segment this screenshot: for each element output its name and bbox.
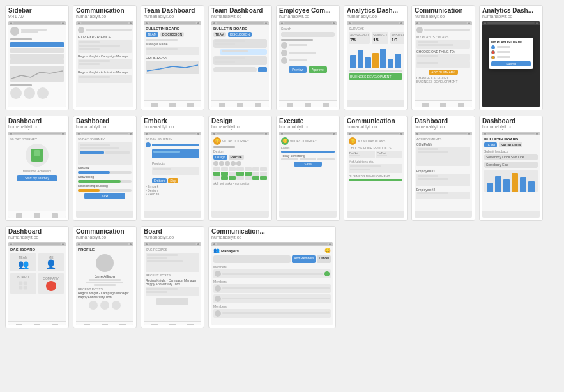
cancel-btn[interactable]: Cancel: [317, 255, 331, 263]
bn-td2-1[interactable]: [219, 103, 225, 107]
me-cell[interactable]: ME 👤: [38, 253, 65, 271]
radio-selected[interactable]: [491, 45, 495, 49]
exp-label: EXP EXPERIENCE: [78, 35, 132, 39]
next-btn[interactable]: Next: [84, 193, 125, 199]
nav-item-4[interactable]: [10, 59, 64, 64]
manager-name: Regina Knight - Campaign Manager: [78, 54, 132, 58]
radio-red[interactable]: [491, 50, 495, 54]
bn-ec-1[interactable]: [287, 103, 293, 107]
bn-cpro-2[interactable]: [102, 324, 108, 325]
bn-td1-3[interactable]: [187, 103, 194, 107]
card-comm-plan: Communication humanablyit.co 😊 MY 90 DAY…: [344, 116, 408, 221]
nav-item-1[interactable]: [10, 42, 64, 47]
tab-sat-db[interactable]: SATURATION: [499, 142, 522, 147]
bn-td2-2[interactable]: [237, 103, 243, 107]
row-3: Dashboard humanablyit.co DASHBOARD TEAM …: [5, 226, 559, 333]
bn-cpro-1[interactable]: [84, 324, 90, 325]
screen-sidebar: [8, 21, 66, 107]
btn-preview[interactable]: Preview: [289, 66, 307, 73]
card-subtitle-dj2: humanablyit.co: [73, 124, 136, 130]
main-grid: Sidebar 9:41 AM: [0, 0, 564, 338]
card-dash-bull: Dashboard humanablyit.co BULLETIN BOARD …: [479, 116, 543, 221]
card-employee-com: Employee Com... humanablyit.co Search: [276, 5, 340, 110]
nav-item-2[interactable]: [10, 48, 64, 53]
bn-td1-1[interactable]: [151, 103, 158, 107]
tab-team2[interactable]: TEAM: [213, 32, 226, 37]
card-analytics-dark: Analytics Dash... humanablyit.co MY PLAY…: [479, 5, 543, 110]
card-title-ec: Employee Com...: [277, 6, 339, 14]
design-btn[interactable]: Design: [213, 155, 227, 160]
btn-approve[interactable]: Approve: [309, 66, 327, 73]
screen-dj1: 90 DAY JOURNEY Milestone Achieved! Start…: [8, 132, 66, 218]
embark-btn[interactable]: Embark: [152, 178, 167, 183]
svg-rect-8: [19, 286, 23, 290]
save-execute-btn[interactable]: Save: [294, 162, 322, 167]
svg-rect-0: [487, 183, 493, 192]
nav-item-3[interactable]: [10, 54, 64, 59]
milestone-label: Milestone Achieved!: [10, 169, 64, 173]
bn-dm-2[interactable]: [34, 324, 40, 325]
execute-btn2[interactable]: Execute: [229, 155, 244, 160]
svg-rect-5: [528, 181, 535, 192]
bn-c2-3[interactable]: [458, 103, 464, 107]
bn-td2-3[interactable]: [255, 103, 261, 107]
card-title-board: Board: [141, 227, 204, 235]
bn-dj1-3[interactable]: [52, 213, 58, 218]
tab-discussion[interactable]: DISCUSSION: [160, 32, 184, 37]
card-title-c2: Communication: [412, 6, 475, 14]
card-sidebar: Sidebar 9:41 AM: [5, 5, 69, 110]
card-title-td1: Team Dashboard: [141, 6, 204, 14]
card-title-dm: Dashboard: [6, 227, 68, 235]
card-subtitle-design: humanablyit.co: [209, 124, 271, 130]
msg2: [220, 49, 267, 55]
row-1: Sidebar 9:41 AM: [5, 5, 559, 110]
card-board: Board humanablyit.co SAG RECIPES RECENT …: [141, 226, 204, 328]
svg-rect-1: [495, 176, 501, 192]
submit-btn[interactable]: Submit: [491, 61, 531, 66]
bn-td1-2[interactable]: [169, 103, 176, 107]
screen-cp: 😊 MY 90 DAY PLANS CHOOSE FOUR PRODUCTS P…: [347, 132, 404, 218]
card-title-dj2: Dashboard: [73, 116, 136, 124]
bn-ec-2[interactable]: [305, 103, 311, 107]
tab-team[interactable]: TEAM: [146, 32, 158, 37]
start-journey-btn[interactable]: Start my Journey: [17, 175, 57, 181]
bn-c2-1[interactable]: [422, 103, 429, 107]
tab-discussion2[interactable]: DISCUSSION: [228, 32, 252, 37]
radio-orange[interactable]: [491, 56, 495, 59]
card-comm-profile: Communication humanablyit.co PROFILE Jan…: [73, 226, 137, 328]
screen-ec: Search Prev: [279, 21, 337, 107]
card-dashboard-j2: Dashboard humanablyit.co 90 DAY JOURNEY …: [73, 116, 137, 221]
bn-ec-3[interactable]: [323, 103, 329, 107]
bn-dj1-1[interactable]: [16, 213, 22, 218]
screen-comm1: EXP EXPERIENCE Regina Knight - Campaign …: [76, 21, 133, 107]
card-subtitle-td2: humanablyit.co: [209, 14, 271, 20]
team-cell[interactable]: TEAM 👥: [10, 253, 36, 271]
card-subtitle-ec: humanablyit.co: [277, 14, 339, 20]
bn-board-1[interactable]: [151, 324, 158, 325]
achievement-circles: [78, 301, 132, 310]
screen-dj2: 90 DAY JOURNEY Network Networking Relati…: [76, 132, 133, 218]
skip-btn[interactable]: Skip: [168, 178, 178, 183]
bn-board-3[interactable]: [187, 324, 194, 325]
screen-board: SAG RECIPES RECENT POSTS Regina Knight -…: [144, 242, 201, 325]
svg-rect-4: [520, 177, 526, 192]
board-cell[interactable]: BOARD: [10, 273, 36, 294]
feedback-2: Somebody Else: [484, 162, 538, 168]
add-members-btn[interactable]: Add Members: [292, 255, 316, 263]
card-communication1: Communication humanablyit.co EXP EXPERIE…: [73, 5, 137, 110]
bn-board-2[interactable]: [169, 324, 176, 325]
card-subtitle-comm1: humanablyit.co: [73, 14, 136, 20]
company-cell[interactable]: COMPANY: [38, 273, 65, 294]
bn-cpro-3[interactable]: [119, 324, 126, 325]
bn-dm-3[interactable]: [52, 324, 58, 325]
card-dashboard-j1: Dashboard humanablyit.co 90 DAY JOURNEY …: [5, 116, 69, 221]
bn-c2-2[interactable]: [440, 103, 446, 107]
bn-dj1-2[interactable]: [34, 213, 40, 218]
card-subtitle-dj1: humanablyit.co: [6, 124, 68, 130]
card-design: Design humanablyit.co 😊 90 DAY JOURNEY D…: [208, 116, 272, 221]
bn-dm-1[interactable]: [16, 324, 22, 325]
tab-team-db[interactable]: TEAM: [484, 142, 497, 147]
card-title-design: Design: [209, 116, 271, 124]
card-title-sidebar: Sidebar: [6, 6, 68, 14]
card-title-cpro: Communication: [73, 227, 136, 235]
